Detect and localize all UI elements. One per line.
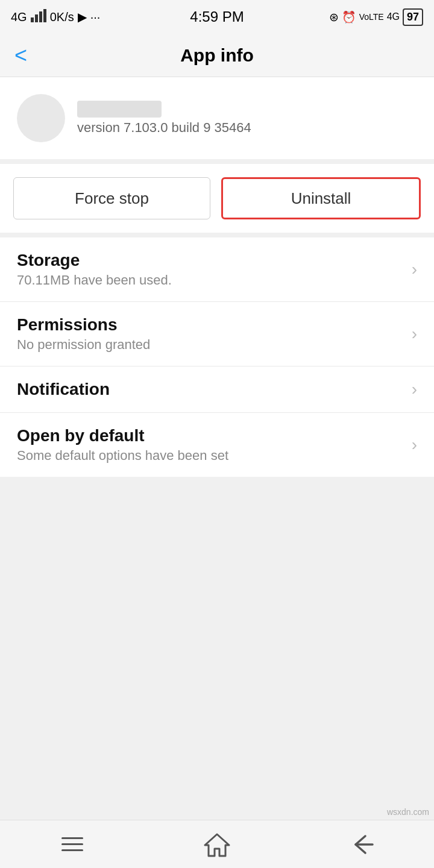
home-button[interactable] (193, 826, 241, 863)
status-time: 4:59 PM (190, 8, 244, 25)
dots-icon: ··· (90, 10, 101, 24)
open-by-default-chevron-icon: › (412, 435, 417, 454)
notification-item-content: Notification (17, 380, 110, 399)
battery-indicator: 97 (403, 8, 423, 26)
status-right: ⊛ ⏰ VoLTE 4G 97 (329, 8, 423, 26)
bottom-nav (0, 820, 434, 868)
permissions-item-content: Permissions No permission granted (17, 315, 150, 353)
open-by-default-title: Open by default (17, 426, 228, 445)
signal-bars (31, 9, 46, 25)
storage-title: Storage (17, 251, 172, 270)
storage-chevron-icon: › (412, 260, 417, 279)
watermark: wsxdn.com (387, 807, 429, 817)
permissions-title: Permissions (17, 315, 150, 335)
buttons-section: Force stop Uninstall (0, 164, 434, 237)
permissions-subtitle: No permission granted (17, 337, 150, 353)
app-name-placeholder (77, 101, 162, 118)
svg-rect-1 (35, 14, 38, 22)
svg-marker-4 (205, 834, 229, 856)
status-bar: 4G 0K/s ▶ ··· 4:59 PM ⊛ ⏰ VoLTE 4G 97 (0, 0, 434, 34)
menu-button[interactable] (48, 826, 96, 863)
back-nav-button[interactable] (338, 826, 386, 863)
hamburger-icon (61, 837, 83, 851)
svg-rect-0 (31, 17, 34, 22)
storage-item-content: Storage 70.11MB have been used. (17, 251, 172, 288)
back-button[interactable]: < (14, 43, 27, 68)
notification-chevron-icon: › (412, 380, 417, 399)
open-by-default-subtitle: Some default options have been set (17, 448, 228, 464)
app-version: version 7.103.0 build 9 35464 (77, 120, 251, 136)
settings-list: Storage 70.11MB have been used. › Permis… (0, 237, 434, 477)
app-icon (17, 94, 65, 142)
permissions-item[interactable]: Permissions No permission granted › (0, 302, 434, 366)
svg-rect-2 (39, 11, 42, 22)
force-stop-button[interactable]: Force stop (13, 177, 210, 219)
screen-record-icon: ▶ (78, 10, 87, 24)
storage-subtitle: 70.11MB have been used. (17, 272, 172, 288)
lte-4g-icon: 4G (387, 11, 400, 22)
nav-bar: < App info (0, 34, 434, 77)
uninstall-button[interactable]: Uninstall (221, 177, 421, 219)
bluetooth-icon: ⊛ (329, 10, 339, 24)
volte-icon: VoLTE (359, 12, 384, 22)
permissions-chevron-icon: › (412, 324, 417, 344)
home-icon (204, 832, 230, 857)
open-by-default-content: Open by default Some default options hav… (17, 426, 228, 464)
signal-text: 4G (11, 10, 27, 24)
notification-title: Notification (17, 380, 110, 399)
page-title: App info (180, 45, 254, 66)
storage-item[interactable]: Storage 70.11MB have been used. › (0, 237, 434, 302)
app-info-section: version 7.103.0 build 9 35464 (0, 77, 434, 164)
alarm-icon: ⏰ (342, 10, 356, 24)
app-name-version: version 7.103.0 build 9 35464 (77, 101, 251, 136)
open-by-default-item[interactable]: Open by default Some default options hav… (0, 413, 434, 477)
speed-text: 0K/s (50, 10, 74, 24)
notification-item[interactable]: Notification › (0, 366, 434, 413)
status-left: 4G 0K/s ▶ ··· (11, 9, 100, 25)
back-icon (348, 834, 375, 855)
svg-rect-3 (43, 9, 46, 22)
